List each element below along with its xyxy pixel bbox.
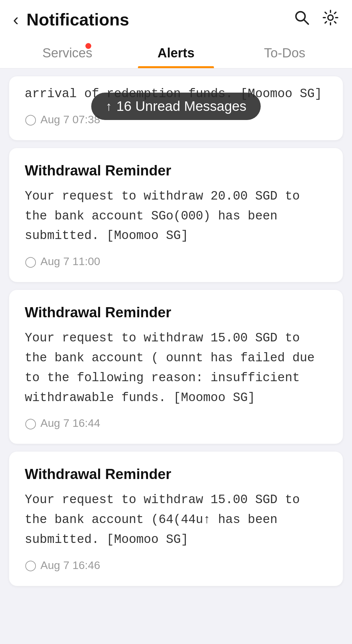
read-check-icon-1: ◯ [25, 417, 37, 429]
page-title: Notifications [26, 10, 129, 29]
card-timestamp-0: ◯ Aug 7 11:00 [25, 255, 327, 268]
notification-card-2[interactable]: Withdrawal Reminder Your request to with… [9, 452, 343, 586]
read-check-icon-0: ◯ [25, 255, 37, 268]
arrow-up-icon: ↑ [106, 99, 112, 113]
search-icon[interactable] [293, 9, 310, 30]
unread-count-label: 16 Unread Messages [116, 98, 246, 114]
header: ‹ Notifications [0, 0, 352, 37]
tab-services[interactable]: Services [13, 37, 122, 68]
card-title-2: Withdrawal Reminder [25, 466, 327, 482]
header-right [293, 9, 339, 30]
unread-messages-pill[interactable]: ↑ 16 Unread Messages [91, 93, 261, 120]
card-body-2: Your request to withdraw 15.00 SGD to th… [25, 490, 327, 549]
tab-todos[interactable]: To-Dos [230, 37, 339, 68]
svg-point-2 [328, 15, 333, 20]
card-timestamp-1: ◯ Aug 7 16:44 [25, 417, 327, 429]
card-body-1: Your request to withdraw 15.00 SGD to th… [25, 328, 327, 408]
tab-alerts[interactable]: Alerts [122, 37, 230, 68]
notification-card-0[interactable]: Withdrawal Reminder Your request to with… [9, 148, 343, 282]
notifications-content: ↑ 16 Unread Messages arrival of redempti… [0, 68, 352, 594]
card-title-0: Withdrawal Reminder [25, 162, 327, 179]
card-title-1: Withdrawal Reminder [25, 304, 327, 321]
tab-bar: Services Alerts To-Dos [0, 37, 352, 68]
header-left: ‹ Notifications [13, 10, 129, 29]
top-partial-card: ↑ 16 Unread Messages arrival of redempti… [9, 76, 343, 140]
back-button[interactable]: ‹ [13, 10, 19, 29]
read-check-icon: ◯ [25, 113, 37, 126]
card-timestamp-2: ◯ Aug 7 16:46 [25, 559, 327, 572]
svg-line-1 [304, 20, 308, 24]
services-notification-dot [85, 43, 91, 49]
card-body-0: Your request to withdraw 20.00 SGD to th… [25, 187, 327, 246]
notification-card-1[interactable]: Withdrawal Reminder Your request to with… [9, 290, 343, 444]
read-check-icon-2: ◯ [25, 559, 37, 571]
settings-icon[interactable] [322, 9, 339, 30]
